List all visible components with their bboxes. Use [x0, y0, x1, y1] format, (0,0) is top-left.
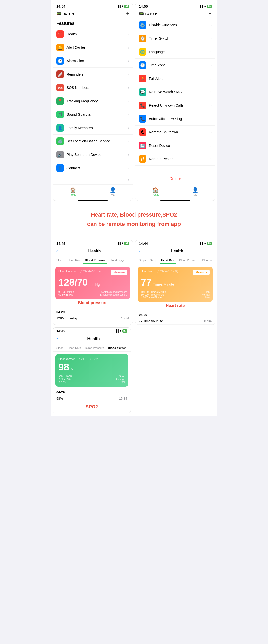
time-bp: 14:45: [56, 242, 65, 246]
card-date-hr: (2024-04-29 15:34): [157, 270, 178, 273]
spo2-range3-val: < 70%: [58, 381, 72, 384]
nav-home-right[interactable]: 🏠 HOME: [135, 185, 175, 199]
nav-me-left[interactable]: 👤 ME: [93, 185, 133, 199]
back-arrow-spo2[interactable]: ‹: [56, 336, 58, 342]
menu-item-fall-alert[interactable]: 🏃 Fall Alert ›: [135, 72, 215, 85]
spo2-row: 14:42 ▐▐ ✦ 99 ‹ Health Sleep Heart Rate …: [51, 327, 217, 416]
nav-home-left[interactable]: 🏠 HOME: [53, 185, 93, 199]
bp-range2-label: Diastolic blood pressure: [100, 293, 127, 296]
tab-spo2-hr[interactable]: Blood o: [201, 258, 213, 264]
menu-item-play-sound[interactable]: 🔊 Play Sound on Device ›: [53, 148, 133, 161]
tab-bp-hr[interactable]: Blood Pressure: [177, 258, 199, 264]
menu-item-alert-center[interactable]: 🔔 Alert Center ›: [53, 41, 133, 54]
menu-item-sound-guardian[interactable]: 🎵 Sound Guardian ›: [53, 108, 133, 121]
card-date-bp: (2024-04-29 15:34): [80, 270, 101, 273]
device-name-right: D41U▼: [145, 12, 158, 16]
menu-item-reset-device[interactable]: 🔄 Reset Device ›: [135, 139, 215, 152]
menu-item-health-label: Health: [66, 32, 128, 36]
family-members-icon: 👤: [56, 124, 64, 132]
spo2-spacer: [133, 327, 215, 413]
status-bar-hr: 14:44 ▐▐ ✦ 99: [135, 240, 215, 247]
add-button-right[interactable]: +: [209, 11, 212, 17]
health-title-spo2: Health: [60, 337, 127, 341]
nav-me-right[interactable]: 👤 ME: [175, 185, 215, 199]
status-bar-left: 14:54 ▐▐ ✦ 99: [53, 3, 133, 9]
spo2-range1-val: 90% - 100%: [58, 375, 72, 378]
time-hr: 14:44: [139, 242, 148, 246]
promo-title-line1: Heart rate, Blood pressure,SPO2: [56, 211, 212, 219]
menu-item-contacts[interactable]: 👤 Contacts ›: [53, 161, 133, 175]
health-card-hr: Heart Rate (2024-04-29 15:34) ⬇ 77 Times…: [138, 267, 213, 302]
health-tabs-spo2: Sleep Heart Rate Blood Pressure Blood ox…: [53, 344, 131, 352]
disable-functions-icon: ⚙️: [139, 21, 146, 29]
measure-btn-hr[interactable]: Measure: [193, 270, 210, 275]
bottom-nav-right: 🏠 HOME 👤 ME: [135, 185, 215, 199]
menu-item-alert-label: Alert Center: [66, 45, 128, 50]
left-phone: 14:54 ▐▐ ✦ 99 📟 D41U▼ + Features ❤️ Heal…: [53, 3, 133, 201]
menu-item-retrieve-sms[interactable]: 💬 Retrieve Watch SMS ›: [135, 85, 215, 99]
tab-spo2-bp[interactable]: Blood oxygen: [108, 258, 128, 264]
menu-item-sos[interactable]: SOS SOS Numbers ›: [53, 81, 133, 94]
spo2-screen-label: SPO2: [53, 402, 131, 413]
menu-item-family-label: Family Members: [66, 126, 128, 130]
menu-item-health[interactable]: ❤️ Health ›: [53, 28, 133, 41]
tab-hr-spo2[interactable]: Heart Rate: [66, 345, 82, 351]
spo2-data-val: 98%: [56, 397, 63, 400]
health-header-bp: ‹ Health: [53, 247, 133, 256]
language-icon: 🌐: [139, 48, 146, 56]
spo2-data-time: 15:34: [119, 397, 127, 400]
menu-item-reject-calls[interactable]: 📞 Reject Unknown Calls ›: [135, 99, 215, 112]
menu-item-remote-restart[interactable]: 🔁 Remote Restart ›: [135, 152, 215, 166]
menu-item-language[interactable]: 🌐 Language ›: [135, 45, 215, 59]
hr-screen-label: Heart rate: [135, 303, 215, 308]
card-label-spo2: Blood oxygen (2024-04-29 15:34): [58, 357, 99, 360]
menu-item-family[interactable]: 👤 Family Members ›: [53, 121, 133, 135]
delete-button[interactable]: Delete: [169, 177, 181, 181]
menu-item-reminders-label: Reminders: [66, 72, 128, 76]
menu-item-tracking[interactable]: 📍 Tracking Frequency ›: [53, 94, 133, 108]
add-button-left[interactable]: +: [126, 11, 129, 17]
menu-item-timer-switch[interactable]: ⏱️ Timer Switch ›: [135, 32, 215, 45]
back-arrow-hr[interactable]: ‹: [139, 249, 140, 254]
menu-item-location-service[interactable]: ⚙️ Set Location-Based Service ›: [53, 135, 133, 148]
tab-hr-bp[interactable]: Heart Rate: [66, 258, 82, 264]
retrieve-sms-label: Retrieve Watch SMS: [149, 90, 210, 94]
retrieve-sms-icon: 💬: [139, 88, 146, 96]
hr-range1-label: High: [202, 291, 210, 293]
menu-item-time-zone[interactable]: 🕐 Time Zone ›: [135, 59, 215, 72]
health-tabs-bp: Sleep Heart Rate Blood Pressure Blood ox…: [53, 256, 133, 264]
card-date-spo2: (2024-04-29 15:34): [78, 357, 99, 360]
reset-device-icon: 🔄: [139, 142, 146, 149]
nav-home-label-right: HOME: [152, 194, 159, 196]
nav-me-label-left: ME: [111, 194, 115, 196]
bp-value: 128/70: [58, 277, 88, 288]
menu-item-reminders[interactable]: 🩹 Reminders ›: [53, 68, 133, 81]
menu-item-auto-answer[interactable]: 📞 Automatic answering ›: [135, 112, 215, 126]
tab-spo2-spo2[interactable]: Blood oxygen: [107, 345, 128, 351]
spo2-date-section: 04-29: [53, 388, 131, 395]
menu-item-disable-functions[interactable]: ⚙️ Disable Functions ›: [135, 18, 215, 32]
health-header-hr: ‹ Health: [135, 247, 215, 256]
bp-range2-val: 60-89 mmHg: [58, 293, 74, 296]
spo2-data-row: 98% 15:34: [53, 395, 131, 402]
reset-device-label: Reset Device: [149, 144, 210, 148]
back-arrow-bp[interactable]: ‹: [56, 249, 58, 254]
menu-item-more[interactable]: ›: [53, 175, 133, 185]
tab-sleep-spo2[interactable]: Sleep: [55, 345, 65, 351]
home-icon-right: 🏠: [152, 187, 159, 193]
menu-item-remote-shutdown[interactable]: ⏻ Remote Shutdown ›: [135, 126, 215, 139]
remote-shutdown-icon: ⏻: [139, 128, 146, 136]
home-indicator-left: [78, 200, 108, 201]
tab-hr-hr[interactable]: Heart Rate: [160, 258, 176, 264]
tab-sleep-hr[interactable]: Sleep: [148, 258, 159, 264]
reminders-icon: 🩹: [56, 70, 64, 78]
measure-btn-bp[interactable]: Measure: [111, 270, 127, 275]
time-zone-icon: 🕐: [139, 61, 146, 69]
bp-date-section: 04-29: [53, 308, 133, 315]
tab-bp-spo2[interactable]: Blood Pressure: [83, 345, 105, 351]
tab-sleep-bp[interactable]: Sleep: [55, 258, 65, 264]
tab-bp-bp[interactable]: Blood Pressure: [83, 258, 107, 264]
menu-item-alarm-clock[interactable]: 🕐 Alarm Clock ›: [53, 54, 133, 68]
health-screen-spo2: 14:42 ▐▐ ✦ 99 ‹ Health Sleep Heart Rate …: [53, 327, 131, 413]
tab-steps-hr[interactable]: Steps: [137, 258, 147, 264]
